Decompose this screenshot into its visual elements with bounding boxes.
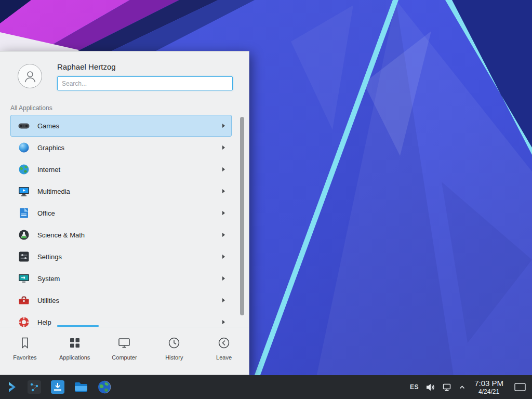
submenu-arrow-icon	[222, 233, 225, 237]
clock-icon	[167, 336, 181, 350]
submenu-arrow-icon	[222, 189, 225, 193]
user-name: Raphael Hertzog	[57, 62, 116, 71]
web-browser-button[interactable]	[97, 379, 112, 395]
submenu-arrow-icon	[222, 320, 225, 324]
toolbox-icon	[18, 294, 30, 307]
web-browser-icon	[97, 379, 112, 395]
kickoff-launcher-button[interactable]	[5, 380, 19, 394]
category-label: Office	[37, 209, 222, 217]
volume-icon	[425, 382, 435, 392]
document-icon	[18, 207, 30, 219]
category-utilities[interactable]: Utilities	[10, 289, 232, 311]
file-manager-button[interactable]	[73, 379, 89, 395]
digital-clock[interactable]: 7:03 PM 4/24/21	[472, 379, 506, 395]
tab-favorites[interactable]: Favorites	[0, 327, 50, 375]
user-icon	[23, 69, 37, 84]
submenu-arrow-icon	[222, 211, 225, 215]
submenu-arrow-icon	[222, 276, 225, 281]
category-games[interactable]: Games	[10, 115, 232, 137]
tab-label: Computer	[112, 354, 137, 361]
tab-history[interactable]: History	[149, 327, 199, 375]
computer-icon	[117, 336, 131, 350]
submenu-arrow-icon	[222, 124, 225, 128]
tab-label: Leave	[216, 354, 232, 361]
tab-label: History	[165, 354, 183, 361]
category-label: Graphics	[37, 144, 222, 152]
category-multimedia[interactable]: Multimedia	[10, 180, 232, 202]
category-label: Science & Math	[37, 231, 222, 239]
avatar[interactable]	[18, 64, 42, 88]
system-tool-button[interactable]	[26, 379, 42, 395]
tab-computer[interactable]: Computer	[100, 327, 150, 375]
category-label: Settings	[37, 253, 222, 261]
kickoff-launcher-icon	[5, 380, 19, 394]
category-settings[interactable]: Settings	[10, 246, 232, 268]
submenu-arrow-icon	[222, 167, 225, 171]
folder-icon	[73, 379, 89, 395]
submenu-arrow-icon	[222, 255, 225, 259]
sliders-icon	[18, 250, 30, 263]
scrollbar[interactable]	[240, 116, 244, 327]
desktop: Raphael Hertzog All Applications Games	[0, 0, 532, 399]
network-tray-button[interactable]	[442, 382, 452, 392]
submenu-arrow-icon	[222, 145, 225, 150]
system-tool-icon	[26, 379, 42, 395]
category-system[interactable]: System	[10, 268, 232, 289]
keyboard-layout-indicator[interactable]: ES	[410, 383, 419, 391]
chevron-up-icon	[459, 384, 466, 391]
globe-icon	[18, 163, 30, 176]
network-icon	[442, 382, 452, 392]
launcher-tabbar: Favorites Applications Computer	[0, 327, 249, 375]
grid-icon	[68, 336, 82, 350]
taskbar-left	[0, 379, 112, 395]
leave-icon	[217, 336, 231, 350]
tab-leave[interactable]: Leave	[199, 327, 249, 375]
media-screen-icon	[18, 185, 30, 197]
gamepad-icon	[18, 119, 30, 132]
category-internet[interactable]: Internet	[10, 158, 232, 180]
show-desktop-button[interactable]	[512, 375, 528, 399]
category-label: Multimedia	[37, 188, 222, 195]
flask-icon	[18, 229, 30, 241]
tab-applications[interactable]: Applications	[50, 327, 100, 375]
clock-date: 4/24/21	[474, 388, 503, 395]
sphere-icon	[18, 141, 30, 154]
show-desktop-icon	[514, 383, 526, 391]
category-label: Internet	[37, 166, 222, 174]
lifebuoy-icon	[18, 316, 30, 328]
application-launcher: Raphael Hertzog All Applications Games	[0, 51, 249, 375]
category-graphics[interactable]: Graphics	[10, 137, 232, 158]
category-help[interactable]: Help	[10, 311, 232, 328]
search-input[interactable]	[57, 76, 233, 90]
section-label: All Applications	[10, 104, 52, 112]
category-science-math[interactable]: Science & Math	[10, 224, 232, 246]
category-label: Games	[37, 122, 222, 130]
submenu-arrow-icon	[222, 298, 225, 302]
system-monitor-icon	[18, 272, 30, 285]
tab-label: Applications	[59, 354, 90, 361]
software-center-button[interactable]	[50, 379, 65, 395]
system-tray: ES 7:03 PM 4/24/21	[410, 375, 532, 399]
category-label: Utilities	[37, 297, 222, 304]
tab-label: Favorites	[13, 354, 36, 361]
category-office[interactable]: Office	[10, 202, 232, 224]
taskbar: ES 7:03 PM 4/24/21	[0, 375, 532, 399]
bookmark-icon	[18, 336, 32, 350]
clock-time: 7:03 PM	[474, 379, 503, 388]
tray-expander-button[interactable]	[459, 384, 466, 391]
category-list: Games Graphics	[10, 115, 232, 328]
scrollbar-thumb[interactable]	[240, 117, 244, 315]
category-label: System	[37, 275, 222, 283]
software-center-icon	[50, 379, 65, 395]
volume-tray-button[interactable]	[425, 382, 435, 392]
